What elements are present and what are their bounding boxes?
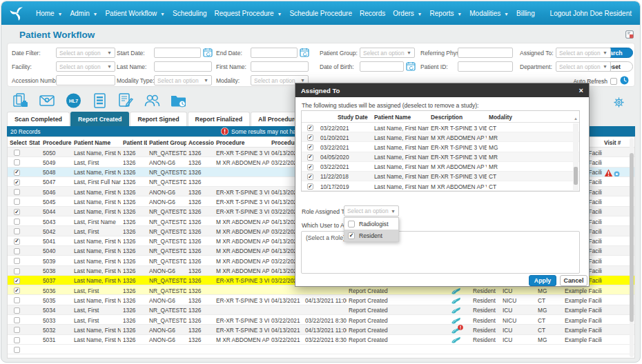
user-assign-box[interactable]: (Select a Role) <box>301 231 580 274</box>
date-of-birth-input[interactable] <box>360 61 404 72</box>
nav-item-schedule-procedure[interactable]: Schedule Procedure <box>289 10 352 17</box>
refresh-clock-icon[interactable] <box>620 75 629 88</box>
row-checkbox[interactable] <box>14 287 20 294</box>
calendar-icon[interactable] <box>300 48 309 57</box>
report-stamp-icon[interactable] <box>451 339 461 344</box>
row-checkbox[interactable] <box>14 337 20 343</box>
calendar-icon[interactable] <box>406 61 416 71</box>
report-stamp-icon[interactable] <box>451 290 461 295</box>
role-option-checkbox[interactable] <box>348 232 355 239</box>
nav-item-records[interactable]: Records <box>360 10 385 17</box>
study-row[interactable]: 03/22/2021Last Name, First NameER-XR T-S… <box>302 123 579 132</box>
table-row[interactable]: 5036Last, First1326NR_QATESTDEV1326Repor… <box>8 285 634 295</box>
logout-link[interactable]: Logout John Doe Resident <box>550 10 632 17</box>
patient-group-select[interactable]: Select an option▼ <box>360 48 415 58</box>
folder-history-icon[interactable] <box>170 92 187 109</box>
report-stamp-icon[interactable] <box>451 310 461 314</box>
calendar-icon[interactable] <box>203 48 213 57</box>
accession-number-input[interactable] <box>56 75 115 85</box>
tab-scan-completed[interactable]: Scan Completed <box>7 112 70 126</box>
table-row[interactable]: 5031Last Name, First Name1326ANON-G61326… <box>8 335 634 345</box>
nav-item-request-procedure[interactable]: Request Procedure ▼ <box>215 10 282 17</box>
print-queue-icon[interactable] <box>12 92 30 109</box>
study-row[interactable]: 10/17/2019Last Name, First NameM XR ABDO… <box>302 181 579 191</box>
report-edit-icon[interactable] <box>117 92 135 109</box>
nav-item-reports[interactable]: Reports ▼ <box>430 10 463 17</box>
row-checkbox[interactable] <box>14 248 20 254</box>
nav-item-modalities[interactable]: Modalities ▼ <box>469 10 509 17</box>
apply-button[interactable]: Apply <box>529 275 556 286</box>
row-checkbox[interactable] <box>14 228 20 234</box>
auto-refresh-checkbox[interactable] <box>610 78 617 85</box>
nav-item-patient-workflow[interactable]: Patient Workflow ▼ <box>105 10 165 17</box>
scrollbar-thumb[interactable] <box>630 153 634 322</box>
study-checkbox[interactable] <box>307 134 313 141</box>
report-stamp-icon[interactable] <box>451 320 461 325</box>
study-checkbox[interactable] <box>307 174 313 180</box>
tab-report-finalized[interactable]: Report Finalized <box>188 112 250 126</box>
row-checkbox[interactable] <box>14 347 20 353</box>
eye-badge-icon[interactable] <box>614 172 620 176</box>
tab-report-created[interactable]: Report Created <box>70 112 130 126</box>
row-checkbox[interactable] <box>14 307 20 314</box>
row-checkbox[interactable] <box>14 199 20 205</box>
role-option-checkbox[interactable] <box>348 221 355 228</box>
row-checkbox[interactable] <box>14 268 20 274</box>
start-date-input[interactable] <box>154 48 201 58</box>
row-checkbox[interactable] <box>14 150 20 156</box>
study-checkbox[interactable] <box>307 144 313 150</box>
nav-item-orders[interactable]: Orders ▼ <box>393 10 422 17</box>
row-checkbox[interactable] <box>14 278 20 284</box>
row-checkbox[interactable] <box>14 239 20 245</box>
study-checkbox[interactable] <box>307 164 313 170</box>
users-icon[interactable] <box>144 92 161 109</box>
study-row[interactable]: 04/05/2020Last Name, First NameER-XR T-S… <box>302 152 579 162</box>
assigned-to-select[interactable]: Select an option▼ <box>556 48 611 58</box>
tab-report-signed[interactable]: Report Signed <box>130 112 186 126</box>
row-checkbox[interactable] <box>14 209 20 215</box>
table-row[interactable]: 5033Last, First1326NR_QATESTDEV1326ER-XR… <box>8 315 634 325</box>
row-checkbox[interactable] <box>14 170 20 176</box>
nav-item-home[interactable]: Home ▼ <box>36 10 62 17</box>
modality-type-select[interactable]: Select an option▼ <box>154 75 212 85</box>
role-option-radiologist[interactable]: Radiologist <box>344 218 398 230</box>
end-date-input[interactable] <box>251 48 298 58</box>
row-checkbox[interactable] <box>14 219 20 225</box>
study-checkbox[interactable] <box>307 154 313 161</box>
study-row[interactable]: 03/22/2021Last Name, First NameER-XR T-S… <box>302 142 579 152</box>
report-stamp-icon[interactable] <box>451 300 461 305</box>
patient-id-input[interactable] <box>458 61 513 72</box>
row-checkbox[interactable] <box>14 327 20 333</box>
role-option-resident[interactable]: Resident <box>344 230 398 241</box>
table-row[interactable]: 5032Last Name, First Name1326ANON-G61326… <box>8 325 634 334</box>
study-row[interactable]: 03/22/2021Last Name, First NameM XR ABDO… <box>302 162 579 172</box>
row-checkbox[interactable] <box>14 258 20 264</box>
facility-select[interactable]: Select an option▼ <box>56 61 115 72</box>
row-checkbox[interactable] <box>14 159 20 165</box>
table-vertical-scrollbar[interactable] <box>630 138 634 357</box>
first-name-input[interactable] <box>251 61 309 72</box>
referring-physician-input[interactable] <box>458 48 513 58</box>
row-checkbox[interactable] <box>14 179 20 185</box>
hl7-icon[interactable]: HL7 <box>65 92 82 109</box>
mail-icon[interactable] <box>39 92 56 109</box>
date-filter-select[interactable]: Select an option▼ <box>56 48 115 58</box>
study-checkbox[interactable] <box>307 183 313 190</box>
role-select[interactable]: Select an option ▼ <box>344 205 399 216</box>
study-row[interactable]: 01/20/2021Last Name, First NameM XR ABDO… <box>302 132 579 142</box>
table-row[interactable]: 5034Last, First1326NR_QATESTDEV1326Repor… <box>8 305 634 315</box>
close-icon[interactable]: × <box>579 87 583 94</box>
gear-icon[interactable] <box>613 97 625 108</box>
document-list-icon[interactable] <box>91 92 108 109</box>
row-checkbox[interactable] <box>14 297 20 303</box>
cancel-button[interactable]: Cancel <box>560 275 587 286</box>
modal-list-scrollbar[interactable]: ▲ ▼ <box>573 123 578 191</box>
warning-triangle-icon[interactable] <box>604 172 613 176</box>
nav-item-scheduling[interactable]: Scheduling <box>173 10 206 17</box>
study-row[interactable]: 11/22/2018Last Name, First NameER-XR T-S… <box>302 172 579 181</box>
table-row[interactable]: 5035Last Name, First Name1326ANON-G61326… <box>8 295 634 305</box>
nav-item-admin[interactable]: Admin ▼ <box>70 10 97 17</box>
nav-item-billing[interactable]: Billing <box>516 10 535 17</box>
modal-scrollbar-thumb[interactable] <box>574 167 578 185</box>
scroll-up-icon[interactable]: ▲ <box>573 117 578 121</box>
